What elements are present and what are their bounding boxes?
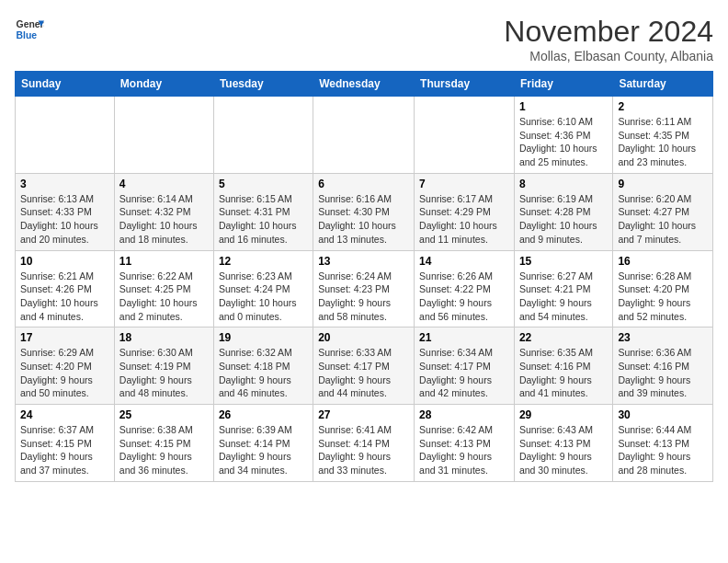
day-number: 28: [419, 408, 509, 421]
day-number: 2: [618, 100, 708, 113]
day-info: Sunrise: 6:15 AM Sunset: 4:31 PM Dayligh…: [219, 192, 308, 247]
calendar-cell: 19Sunrise: 6:32 AM Sunset: 4:18 PM Dayli…: [213, 327, 313, 405]
calendar-cell: 18Sunrise: 6:30 AM Sunset: 4:19 PM Dayli…: [114, 327, 213, 405]
day-info: Sunrise: 6:38 AM Sunset: 4:15 PM Dayligh…: [119, 423, 209, 477]
logo-icon: General Blue: [15, 15, 44, 44]
weekday-header-cell: Monday: [114, 72, 213, 97]
day-number: 4: [119, 178, 209, 190]
day-number: 12: [219, 255, 308, 268]
day-info: Sunrise: 6:16 AM Sunset: 4:30 PM Dayligh…: [318, 192, 409, 247]
calendar-cell: 5Sunrise: 6:15 AM Sunset: 4:31 PM Daylig…: [213, 173, 313, 250]
calendar-cell: 4Sunrise: 6:14 AM Sunset: 4:32 PM Daylig…: [114, 173, 213, 250]
weekday-header-cell: Sunday: [16, 72, 115, 97]
calendar-row: 17Sunrise: 6:29 AM Sunset: 4:20 PM Dayli…: [16, 327, 713, 405]
calendar-cell: 3Sunrise: 6:13 AM Sunset: 4:33 PM Daylig…: [16, 173, 115, 250]
day-info: Sunrise: 6:22 AM Sunset: 4:25 PM Dayligh…: [119, 270, 209, 324]
weekday-header-row: SundayMondayTuesdayWednesdayThursdayFrid…: [16, 72, 713, 97]
day-number: 3: [20, 178, 109, 190]
day-info: Sunrise: 6:42 AM Sunset: 4:13 PM Dayligh…: [419, 423, 509, 477]
calendar-cell: 1Sunrise: 6:10 AM Sunset: 4:36 PM Daylig…: [514, 97, 612, 174]
calendar-cell: 14Sunrise: 6:26 AM Sunset: 4:22 PM Dayli…: [415, 250, 515, 327]
calendar-cell: 2Sunrise: 6:11 AM Sunset: 4:35 PM Daylig…: [613, 97, 713, 174]
day-info: Sunrise: 6:30 AM Sunset: 4:19 PM Dayligh…: [119, 346, 209, 400]
weekday-header-cell: Saturday: [613, 72, 713, 97]
day-number: 18: [119, 331, 209, 344]
calendar-row: 10Sunrise: 6:21 AM Sunset: 4:26 PM Dayli…: [16, 250, 713, 327]
day-number: 21: [419, 331, 509, 344]
calendar-cell: 16Sunrise: 6:28 AM Sunset: 4:20 PM Dayli…: [613, 250, 713, 327]
calendar-cell: 25Sunrise: 6:38 AM Sunset: 4:15 PM Dayli…: [114, 405, 213, 482]
calendar-cell: 30Sunrise: 6:44 AM Sunset: 4:13 PM Dayli…: [613, 405, 713, 482]
logo: General Blue: [15, 15, 44, 44]
title-area: November 2024 Mollas, Elbasan County, Al…: [504, 15, 713, 63]
day-info: Sunrise: 6:11 AM Sunset: 4:35 PM Dayligh…: [618, 115, 708, 169]
day-number: 17: [20, 331, 109, 344]
day-info: Sunrise: 6:41 AM Sunset: 4:14 PM Dayligh…: [318, 423, 409, 477]
calendar-cell: 26Sunrise: 6:39 AM Sunset: 4:14 PM Dayli…: [213, 405, 313, 482]
day-number: 13: [318, 255, 409, 268]
day-info: Sunrise: 6:34 AM Sunset: 4:17 PM Dayligh…: [419, 346, 509, 400]
day-number: 30: [618, 408, 708, 421]
weekday-header-cell: Thursday: [415, 72, 515, 97]
calendar-cell: 28Sunrise: 6:42 AM Sunset: 4:13 PM Dayli…: [415, 405, 515, 482]
day-number: 8: [519, 178, 608, 190]
calendar-cell: [213, 97, 313, 174]
day-number: 9: [618, 178, 708, 190]
day-number: 26: [219, 408, 308, 421]
calendar-cell: 24Sunrise: 6:37 AM Sunset: 4:15 PM Dayli…: [16, 405, 115, 482]
day-number: 25: [119, 408, 209, 421]
calendar-row: 1Sunrise: 6:10 AM Sunset: 4:36 PM Daylig…: [16, 97, 713, 174]
day-number: 16: [618, 255, 708, 268]
calendar-cell: 27Sunrise: 6:41 AM Sunset: 4:14 PM Dayli…: [313, 405, 415, 482]
calendar-cell: 6Sunrise: 6:16 AM Sunset: 4:30 PM Daylig…: [313, 173, 415, 250]
day-info: Sunrise: 6:10 AM Sunset: 4:36 PM Dayligh…: [519, 115, 608, 169]
calendar-cell: 13Sunrise: 6:24 AM Sunset: 4:23 PM Dayli…: [313, 250, 415, 327]
day-info: Sunrise: 6:14 AM Sunset: 4:32 PM Dayligh…: [119, 192, 209, 247]
day-number: 14: [419, 255, 509, 268]
day-number: 20: [318, 331, 409, 344]
day-info: Sunrise: 6:26 AM Sunset: 4:22 PM Dayligh…: [419, 270, 509, 324]
calendar-cell: 9Sunrise: 6:20 AM Sunset: 4:27 PM Daylig…: [613, 173, 713, 250]
day-info: Sunrise: 6:36 AM Sunset: 4:16 PM Dayligh…: [618, 346, 708, 400]
calendar-cell: 12Sunrise: 6:23 AM Sunset: 4:24 PM Dayli…: [213, 250, 313, 327]
day-number: 29: [519, 408, 608, 421]
calendar-cell: 20Sunrise: 6:33 AM Sunset: 4:17 PM Dayli…: [313, 327, 415, 405]
day-number: 5: [219, 178, 308, 190]
calendar-body: 1Sunrise: 6:10 AM Sunset: 4:36 PM Daylig…: [16, 97, 713, 482]
month-title: November 2024: [504, 15, 713, 49]
day-number: 1: [519, 100, 608, 113]
day-number: 7: [419, 178, 509, 190]
weekday-header-cell: Wednesday: [313, 72, 415, 97]
day-info: Sunrise: 6:24 AM Sunset: 4:23 PM Dayligh…: [318, 270, 409, 324]
day-info: Sunrise: 6:20 AM Sunset: 4:27 PM Dayligh…: [618, 192, 708, 247]
day-info: Sunrise: 6:29 AM Sunset: 4:20 PM Dayligh…: [20, 346, 109, 400]
day-info: Sunrise: 6:39 AM Sunset: 4:14 PM Dayligh…: [219, 423, 308, 477]
calendar-cell: 11Sunrise: 6:22 AM Sunset: 4:25 PM Dayli…: [114, 250, 213, 327]
day-info: Sunrise: 6:43 AM Sunset: 4:13 PM Dayligh…: [519, 423, 608, 477]
weekday-header-cell: Tuesday: [213, 72, 313, 97]
location-subtitle: Mollas, Elbasan County, Albania: [504, 49, 713, 63]
day-info: Sunrise: 6:33 AM Sunset: 4:17 PM Dayligh…: [318, 346, 409, 400]
calendar-cell: [313, 97, 415, 174]
day-info: Sunrise: 6:32 AM Sunset: 4:18 PM Dayligh…: [219, 346, 308, 400]
day-number: 24: [20, 408, 109, 421]
day-info: Sunrise: 6:13 AM Sunset: 4:33 PM Dayligh…: [20, 192, 109, 247]
day-info: Sunrise: 6:27 AM Sunset: 4:21 PM Dayligh…: [519, 270, 608, 324]
day-number: 10: [20, 255, 109, 268]
day-number: 11: [119, 255, 209, 268]
calendar-cell: [415, 97, 515, 174]
calendar-cell: 29Sunrise: 6:43 AM Sunset: 4:13 PM Dayli…: [514, 405, 612, 482]
day-number: 23: [618, 331, 708, 344]
calendar-cell: 10Sunrise: 6:21 AM Sunset: 4:26 PM Dayli…: [16, 250, 115, 327]
weekday-header-cell: Friday: [514, 72, 612, 97]
day-info: Sunrise: 6:21 AM Sunset: 4:26 PM Dayligh…: [20, 270, 109, 324]
calendar-table: SundayMondayTuesdayWednesdayThursdayFrid…: [15, 71, 713, 482]
day-info: Sunrise: 6:37 AM Sunset: 4:15 PM Dayligh…: [20, 423, 109, 477]
day-info: Sunrise: 6:23 AM Sunset: 4:24 PM Dayligh…: [219, 270, 308, 324]
calendar-cell: 8Sunrise: 6:19 AM Sunset: 4:28 PM Daylig…: [514, 173, 612, 250]
calendar-cell: 17Sunrise: 6:29 AM Sunset: 4:20 PM Dayli…: [16, 327, 115, 405]
calendar-cell: [16, 97, 115, 174]
day-number: 27: [318, 408, 409, 421]
day-info: Sunrise: 6:35 AM Sunset: 4:16 PM Dayligh…: [519, 346, 608, 400]
calendar-cell: 7Sunrise: 6:17 AM Sunset: 4:29 PM Daylig…: [415, 173, 515, 250]
